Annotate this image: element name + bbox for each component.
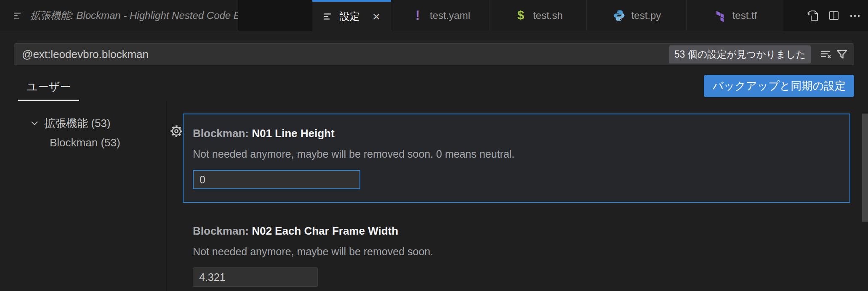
python-icon [612, 9, 626, 22]
setting-title: Blockman: N01 Line Height [193, 126, 849, 140]
toc-item-label: Blockman (53) [50, 136, 120, 149]
close-icon[interactable]: × [373, 10, 381, 23]
settings-list-icon [323, 11, 334, 22]
split-editor-icon[interactable] [828, 9, 840, 22]
setting-name: N01 Line Height [252, 127, 334, 140]
tab-label: 設定 [340, 10, 360, 23]
tab-test-py[interactable]: test.py [587, 0, 687, 31]
settings-search: 53 個の設定が見つかりました [14, 43, 854, 65]
settings-header-row: ユーザー バックアップと同期の設定 [0, 65, 868, 101]
settings-body: 拡張機能 (53) Blockman (53) Blockman: N01 Li… [0, 101, 868, 291]
tab-strip-gap [238, 0, 312, 31]
setting-category: Blockman: [193, 225, 252, 237]
setting-name: N02 Each Char Frame Width [252, 225, 398, 237]
toc-item-label: 拡張機能 (53) [44, 116, 110, 131]
settings-list-icon [13, 10, 24, 21]
filter-icon[interactable] [835, 48, 849, 61]
tab-label: test.yaml [430, 10, 470, 21]
user-scope-label: ユーザー [27, 80, 71, 93]
tab-user-scope[interactable]: ユーザー [18, 79, 79, 101]
setting-value-input-n02[interactable] [193, 267, 318, 287]
toc-item-blockman[interactable]: Blockman (53) [0, 133, 166, 152]
toc-item-extensions[interactable]: 拡張機能 (53) [0, 114, 166, 133]
yaml-icon: ! [410, 8, 425, 23]
settings-toc: 拡張機能 (53) Blockman (53) [0, 101, 166, 291]
tab-test-yaml[interactable]: ! test.yaml [391, 0, 490, 31]
setting-title: Blockman: N02 Each Char Frame Width [193, 224, 849, 238]
terraform-icon [713, 9, 727, 22]
tab-settings[interactable]: 設定 × [312, 0, 391, 31]
tab-label: test.py [631, 10, 661, 21]
tab-test-sh[interactable]: $ test.sh [490, 0, 587, 31]
editor-actions [807, 0, 861, 31]
setting-category: Blockman: [193, 127, 252, 140]
gear-icon[interactable] [170, 124, 183, 140]
scrollbar-thumb[interactable] [862, 114, 868, 222]
tab-label: test.tf [732, 10, 757, 21]
vscode-settings-window: 拡張機能: Blockman - Highlight Nested Code B… [0, 0, 868, 291]
settings-search-input[interactable] [14, 48, 669, 61]
settings-list: Blockman: N01 Line Height Not needed any… [167, 101, 868, 291]
tab-bar: 拡張機能: Blockman - Highlight Nested Code B… [0, 0, 868, 31]
setting-description: Not needed anymore, maybe will be remove… [193, 147, 849, 161]
setting-row-n01-line-height[interactable]: Blockman: N01 Line Height Not needed any… [183, 114, 850, 203]
more-actions-icon[interactable] [849, 9, 861, 22]
setting-value-input-n01[interactable] [193, 170, 360, 189]
open-preview-icon[interactable] [807, 9, 819, 22]
tab-label: 拡張機能: Blockman - Highlight Nested Code B… [30, 9, 264, 22]
backup-sync-settings-button[interactable]: バックアップと同期の設定 [704, 75, 854, 97]
clear-search-results-icon[interactable] [819, 48, 833, 61]
setting-row-n02-each-char-frame-width[interactable]: Blockman: N02 Each Char Frame Width Not … [183, 211, 850, 291]
tab-label: test.sh [533, 10, 563, 21]
tab-extension-page[interactable]: 拡張機能: Blockman - Highlight Nested Code B… [0, 0, 238, 31]
chevron-down-icon [31, 120, 38, 126]
results-count-badge: 53 個の設定が見つかりました [669, 45, 811, 63]
shell-icon: $ [514, 8, 528, 22]
tab-test-tf[interactable]: test.tf [687, 0, 783, 31]
setting-description: Not needed anymore, maybe will be remove… [193, 245, 849, 258]
